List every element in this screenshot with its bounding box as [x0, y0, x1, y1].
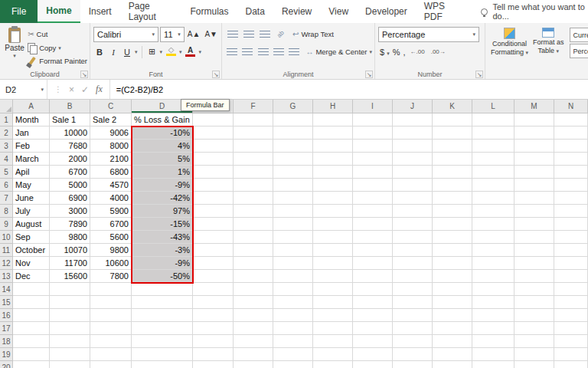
cell-A12[interactable]: Nov [13, 257, 50, 270]
cell-K18[interactable] [433, 335, 472, 348]
cell-K9[interactable] [433, 218, 472, 231]
cell-G10[interactable] [273, 231, 313, 244]
align-center-button[interactable] [240, 48, 254, 56]
cell-E6[interactable] [193, 179, 234, 192]
cell-H16[interactable] [313, 309, 353, 322]
column-header-H[interactable]: H [313, 100, 353, 113]
cell-J19[interactable] [393, 348, 433, 361]
increase-font-size-button[interactable]: A▲ [186, 30, 202, 38]
tell-me-box[interactable]: Tell me what you want to do... [481, 0, 588, 23]
column-header-A[interactable]: A [13, 100, 50, 113]
tab-review[interactable]: Review [273, 0, 320, 23]
cell-N11[interactable] [554, 244, 588, 257]
cell-B12[interactable]: 11700 [50, 257, 90, 270]
number-dialog-launcher-icon[interactable]: ↘ [475, 71, 483, 78]
cell-L9[interactable] [472, 218, 514, 231]
cell-G15[interactable] [273, 296, 313, 309]
cell-C16[interactable] [90, 309, 132, 322]
cell-E2[interactable] [193, 127, 234, 140]
cell-D19[interactable] [132, 348, 193, 361]
cell-G14[interactable] [273, 283, 313, 296]
cell-F12[interactable] [234, 257, 273, 270]
cell-C19[interactable] [90, 348, 132, 361]
align-top-button[interactable] [225, 31, 240, 38]
cell-J6[interactable] [393, 179, 433, 192]
cell-E3[interactable] [193, 140, 234, 153]
cell-C14[interactable] [90, 283, 132, 296]
cell-E18[interactable] [193, 335, 234, 348]
cell-G8[interactable] [273, 205, 313, 218]
cell-I14[interactable] [353, 283, 393, 296]
cell-E12[interactable] [193, 257, 234, 270]
cell-M20[interactable] [514, 361, 554, 368]
cell-B8[interactable]: 3000 [50, 205, 90, 218]
cell-E8[interactable] [193, 205, 234, 218]
row-header-13[interactable]: 13 [0, 270, 13, 283]
bold-button[interactable]: B [93, 48, 106, 57]
cell-B19[interactable] [50, 348, 90, 361]
cell-G9[interactable] [273, 218, 313, 231]
cell-C12[interactable]: 10600 [90, 257, 132, 270]
cell-B4[interactable]: 2000 [50, 153, 90, 166]
cell-D4[interactable]: 5% [132, 153, 193, 166]
cell-N7[interactable] [554, 192, 588, 205]
row-header-17[interactable]: 17 [0, 322, 13, 335]
cell-C9[interactable]: 6700 [90, 218, 132, 231]
cell-C7[interactable]: 4000 [90, 192, 132, 205]
cell-F1[interactable] [234, 113, 273, 127]
column-header-C[interactable]: C [90, 100, 132, 113]
merge-center-button[interactable]: ↔ Merge & Center ▾ [305, 48, 372, 56]
cell-K13[interactable] [433, 270, 472, 283]
cell-I18[interactable] [353, 335, 393, 348]
conditional-formatting-button[interactable]: Conditional Formatting ▾ [488, 25, 531, 69]
cell-L20[interactable] [472, 361, 514, 368]
cell-F13[interactable] [234, 270, 273, 283]
tab-insert[interactable]: Insert [80, 0, 120, 23]
cell-A19[interactable] [13, 348, 50, 361]
cell-I9[interactable] [353, 218, 393, 231]
cell-E15[interactable] [193, 296, 234, 309]
cell-M5[interactable] [514, 166, 554, 179]
cell-I16[interactable] [353, 309, 393, 322]
cell-I3[interactable] [353, 140, 393, 153]
row-header-11[interactable]: 11 [0, 244, 13, 257]
borders-button[interactable]: ⊞ [146, 47, 158, 57]
cell-K2[interactable] [433, 127, 472, 140]
cell-I13[interactable] [353, 270, 393, 283]
tab-page-layout[interactable]: Page Layout [120, 0, 182, 23]
cell-C10[interactable]: 5600 [90, 231, 132, 244]
column-header-B[interactable]: B [50, 100, 90, 113]
cell-K20[interactable] [433, 361, 472, 368]
cell-F10[interactable] [234, 231, 273, 244]
tab-data[interactable]: Data [237, 0, 273, 23]
cell-F16[interactable] [234, 309, 273, 322]
cell-K16[interactable] [433, 309, 472, 322]
column-header-I[interactable]: I [353, 100, 393, 113]
cell-D20[interactable] [132, 361, 193, 368]
cell-M12[interactable] [514, 257, 554, 270]
cell-H5[interactable] [313, 166, 353, 179]
cell-C5[interactable]: 6800 [90, 166, 132, 179]
row-header-9[interactable]: 9 [0, 218, 13, 231]
cell-K12[interactable] [433, 257, 472, 270]
cell-G20[interactable] [273, 361, 313, 368]
comma-style-button[interactable]: , [403, 48, 405, 57]
cell-L3[interactable] [472, 140, 514, 153]
cell-A4[interactable]: March [13, 153, 50, 166]
row-header-19[interactable]: 19 [0, 348, 13, 361]
cell-D1[interactable]: % Loss & Gain [132, 113, 193, 127]
cell-J13[interactable] [393, 270, 433, 283]
cell-H14[interactable] [313, 283, 353, 296]
row-header-10[interactable]: 10 [0, 231, 13, 244]
tab-developer[interactable]: Developer [357, 0, 416, 23]
cell-H1[interactable] [313, 113, 353, 127]
cell-style-item[interactable]: Perce [570, 44, 588, 58]
cell-B17[interactable] [50, 322, 90, 335]
cell-K3[interactable] [433, 140, 472, 153]
cell-K4[interactable] [433, 153, 472, 166]
cell-B20[interactable] [50, 361, 90, 368]
cell-B2[interactable]: 10000 [50, 127, 90, 140]
cell-N20[interactable] [554, 361, 588, 368]
cell-N16[interactable] [554, 309, 588, 322]
cell-J3[interactable] [393, 140, 433, 153]
